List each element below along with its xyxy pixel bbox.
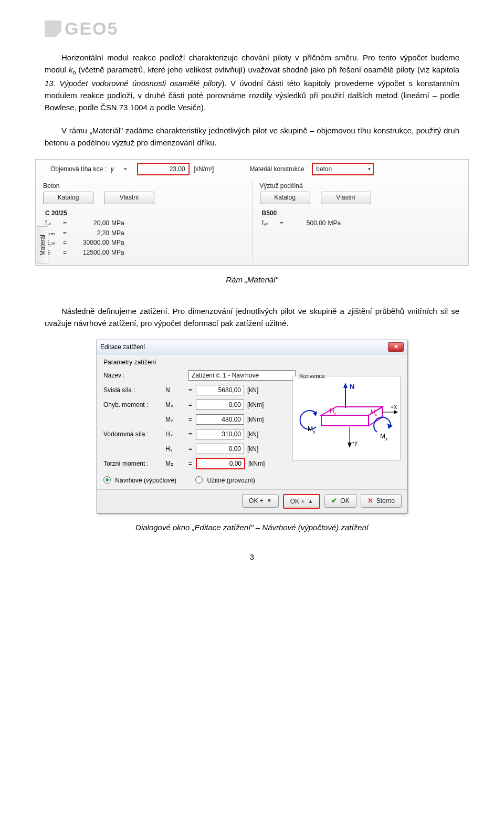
weight-input[interactable]: 23,00 — [137, 163, 190, 175]
ok-up-button[interactable]: OK + ▲ — [283, 494, 321, 509]
load-input[interactable]: 480,00 — [196, 414, 244, 425]
beton-katalog-button[interactable]: Katalog — [43, 192, 93, 204]
paragraph-3: Následně definujeme zatížení. Pro dimenz… — [45, 305, 459, 330]
load-input[interactable]: 0,00 — [196, 400, 244, 410]
material-property-row: fᵧₖ=500,00MPa — [262, 218, 461, 228]
logo: GEO5 — [45, 18, 459, 39]
beton-column: Beton Katalog Vlastní C 20/25 f꜀ₖ=20,00M… — [36, 179, 252, 265]
vyztuz-column: Výztuž podélná Katalog Vlastní B500 fᵧₖ=… — [252, 179, 469, 265]
weight-label: Objemová tíha kce : — [50, 165, 107, 173]
radio-navrhove-label: Návrhové (výpočtové) — [115, 477, 176, 484]
svg-text:x: x — [385, 436, 388, 442]
svg-text:x: x — [375, 412, 377, 417]
svg-marker-19 — [387, 424, 393, 429]
vyztuz-vlastni-button[interactable]: Vlastní — [321, 192, 371, 204]
load-input[interactable]: 310,00 — [196, 429, 244, 439]
material-property-row: G=12500,00MPa — [45, 248, 245, 258]
svg-text:M: M — [380, 433, 385, 440]
params-heading: Parametry zatížení — [103, 358, 401, 368]
svg-text:y: y — [334, 411, 337, 416]
radio-off-icon — [195, 476, 203, 484]
storno-button[interactable]: ✕Storno — [361, 494, 402, 508]
beton-name: C 20/25 — [45, 209, 245, 217]
beton-vlastni-button[interactable]: Vlastní — [104, 192, 154, 204]
svg-text:N: N — [350, 383, 354, 391]
load-edit-dialog: Editace zatížení ✕ Parametry zatížení Ná… — [97, 340, 407, 513]
load-input[interactable]: 0,00 — [196, 458, 245, 469]
arrow-up-icon: ▲ — [308, 496, 313, 507]
beton-title: Beton — [43, 181, 245, 192]
name-input[interactable]: Zatížení č. 1 - Návrhové — [188, 370, 296, 381]
caption-2: Dialogové okno „Editace zatížení" – Návr… — [45, 523, 459, 532]
ok-button[interactable]: ✔OK — [324, 494, 356, 508]
svg-text:M: M — [308, 425, 313, 433]
equals: = — [118, 165, 133, 173]
material-frame: Materál Objemová tíha kce : γ = 23,00 [k… — [35, 159, 469, 265]
material-tab[interactable]: Materál — [37, 226, 48, 264]
convention-svg: N +X +y H y H x M — [293, 376, 400, 460]
material-property-row: E꜀ₘ=30000,00MPa — [45, 238, 245, 248]
load-input[interactable]: 5680,00 — [196, 385, 244, 395]
vyztuz-katalog-button[interactable]: Katalog — [260, 192, 310, 204]
cancel-icon: ✕ — [368, 495, 373, 507]
svg-marker-1 — [343, 383, 348, 388]
material-label: Materiál konstrukce : — [249, 165, 308, 173]
logo-icon — [45, 20, 61, 37]
vyztuz-title: Výztuž podélná — [260, 181, 461, 192]
logo-text: GEO5 — [65, 18, 118, 39]
radio-uzitne[interactable]: Užitné (provozní) — [195, 476, 255, 484]
svg-text:y: y — [313, 429, 316, 434]
dialog-title: Editace zatížení — [100, 343, 145, 351]
caption-1: Rám „Materiál" — [45, 275, 459, 284]
material-select[interactable]: beton — [312, 163, 374, 175]
radio-uzitne-label: Užitné (provozní) — [207, 477, 255, 484]
svg-marker-4 — [321, 415, 369, 426]
close-button[interactable]: ✕ — [388, 342, 404, 352]
load-input[interactable]: 0,00 — [196, 444, 244, 454]
convention-diagram: Konvence N +X +y H y — [292, 376, 401, 461]
check-icon: ✔ — [331, 495, 337, 507]
convention-label: Konvence — [297, 373, 327, 379]
svg-marker-10 — [348, 443, 352, 448]
page-number: 3 — [45, 553, 459, 561]
weight-unit: [kN/m³] — [194, 165, 214, 173]
material-property-row: f꜀ₖ=20,00MPa — [45, 218, 245, 228]
svg-marker-7 — [394, 410, 398, 414]
gamma-symbol: γ — [111, 165, 114, 173]
radio-on-icon — [103, 476, 111, 484]
svg-text:+y: +y — [352, 440, 358, 446]
ok-down-button[interactable]: OK + ▼ — [242, 494, 279, 508]
radio-navrhove[interactable]: Návrhové (výpočtové) — [103, 476, 176, 484]
vyztuz-name: B500 — [262, 209, 461, 217]
svg-text:+X: +X — [391, 404, 397, 410]
material-property-row: f꜀ₜₘ=2,20MPa — [45, 228, 245, 238]
paragraph-2: V rámu „Materiál" zadáme charakteristiky… — [45, 124, 459, 149]
paragraph-1: Horizontální modul reakce podloží charak… — [45, 51, 459, 114]
name-label: Název : — [103, 372, 165, 379]
arrow-down-icon: ▼ — [267, 495, 272, 507]
